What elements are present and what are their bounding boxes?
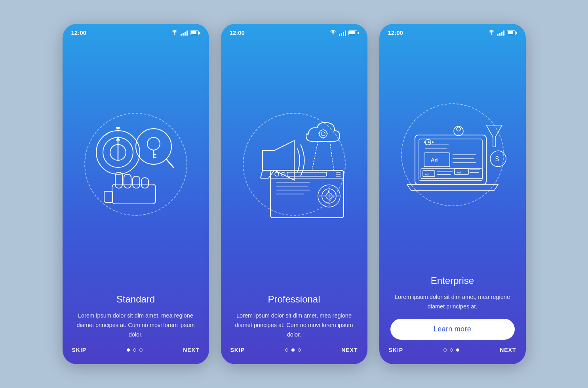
phone-screen-enterprise: 12:00 bbox=[379, 24, 526, 364]
dot-2-3 bbox=[298, 348, 301, 352]
screen-description-3: Lorem ipsum dolor sit dim amet, mea regi… bbox=[390, 293, 515, 312]
svg-point-65 bbox=[432, 141, 434, 143]
svg-marker-5 bbox=[116, 136, 120, 141]
nav-bar-2: SKIP NEXT bbox=[221, 347, 367, 364]
svg-line-25 bbox=[268, 170, 274, 178]
dot-3-2 bbox=[450, 348, 453, 352]
battery-3 bbox=[507, 30, 517, 35]
screen-title-3: Enterprise bbox=[390, 275, 515, 286]
screen-description-2: Lorem ipsum dolor sit dim amet, mea regi… bbox=[232, 311, 356, 340]
phone-screen-professional: 12:00 bbox=[221, 24, 367, 364]
svg-rect-53 bbox=[415, 135, 486, 184]
screens-container: 12:00 bbox=[63, 24, 526, 364]
dot-1-1 bbox=[127, 348, 130, 352]
status-bar-3: 12:00 bbox=[379, 24, 526, 38]
content-area-1: Standard Lorem ipsum dolor sit dim amet,… bbox=[63, 290, 209, 347]
illustration-area-1 bbox=[63, 38, 209, 290]
svg-rect-18 bbox=[141, 178, 148, 188]
svg-point-21 bbox=[333, 34, 333, 35]
screen-title-1: Standard bbox=[74, 294, 198, 305]
signal-bars-3 bbox=[497, 30, 504, 36]
nav-bar-1: SKIP NEXT bbox=[63, 347, 209, 364]
wifi-icon-2 bbox=[329, 29, 337, 36]
svg-rect-19 bbox=[115, 172, 122, 188]
illustration-area-3: Ad $ Ad bbox=[379, 38, 526, 271]
battery-1 bbox=[190, 30, 200, 35]
svg-point-9 bbox=[136, 129, 171, 164]
dot-3-1 bbox=[443, 348, 447, 352]
svg-rect-16 bbox=[124, 174, 131, 188]
battery-2 bbox=[348, 30, 359, 35]
content-area-3: Enterprise Lorem ipsum dolor sit dim ame… bbox=[379, 271, 526, 347]
svg-rect-8 bbox=[116, 127, 120, 129]
svg-text:Ad: Ad bbox=[457, 171, 461, 174]
svg-point-64 bbox=[428, 141, 430, 143]
svg-point-34 bbox=[275, 172, 279, 176]
wifi-icon-3 bbox=[488, 29, 495, 36]
status-time-1: 12:00 bbox=[71, 29, 86, 36]
dot-1-2 bbox=[133, 348, 136, 352]
screen-description-1: Lorem ipsum dolor sit dim amet, mea regi… bbox=[74, 311, 198, 340]
status-bar-1: 12:00 bbox=[63, 24, 209, 38]
svg-line-6 bbox=[104, 133, 109, 136]
screen-title-2: Professional bbox=[232, 294, 356, 305]
svg-point-26 bbox=[319, 130, 327, 138]
svg-text:Ad: Ad bbox=[431, 157, 438, 163]
next-button-3[interactable]: NEXT bbox=[500, 347, 516, 353]
svg-text:Ad: Ad bbox=[425, 173, 429, 176]
professional-illustration bbox=[239, 109, 350, 220]
dots-1 bbox=[127, 348, 143, 352]
status-time-2: 12:00 bbox=[230, 29, 245, 36]
signal-bars-1 bbox=[181, 30, 188, 36]
svg-line-51 bbox=[330, 141, 334, 170]
svg-point-52 bbox=[491, 34, 492, 35]
svg-point-27 bbox=[321, 132, 325, 136]
signal-bars-2 bbox=[339, 30, 346, 36]
svg-rect-17 bbox=[133, 176, 140, 188]
phone-screen-standard: 12:00 bbox=[63, 24, 209, 364]
illustration-area-2 bbox=[221, 38, 367, 290]
dot-2-1 bbox=[285, 348, 288, 352]
dots-2 bbox=[285, 348, 301, 352]
svg-marker-66 bbox=[486, 125, 502, 147]
enterprise-illustration: Ad $ Ad bbox=[397, 99, 508, 210]
status-icons-2 bbox=[329, 29, 359, 36]
svg-line-14 bbox=[167, 160, 173, 167]
svg-line-50 bbox=[312, 141, 318, 170]
wifi-icon-1 bbox=[171, 29, 178, 36]
status-icons-1 bbox=[171, 29, 200, 36]
nav-bar-3: SKIP NEXT bbox=[379, 347, 526, 364]
status-bar-2: 12:00 bbox=[221, 24, 367, 38]
svg-point-63 bbox=[424, 141, 426, 143]
next-button-1[interactable]: NEXT bbox=[183, 347, 199, 353]
svg-point-10 bbox=[147, 137, 160, 150]
svg-point-0 bbox=[174, 34, 175, 35]
svg-rect-36 bbox=[287, 172, 327, 176]
content-area-2: Professional Lorem ipsum dolor sit dim a… bbox=[221, 290, 367, 347]
svg-text:$: $ bbox=[495, 156, 499, 162]
dot-3-3 bbox=[456, 348, 459, 352]
dot-1-3 bbox=[139, 348, 143, 352]
dot-2-2 bbox=[291, 348, 295, 352]
svg-line-23 bbox=[261, 170, 263, 178]
svg-marker-22 bbox=[263, 141, 294, 180]
skip-button-1[interactable]: SKIP bbox=[72, 347, 87, 353]
skip-button-2[interactable]: SKIP bbox=[230, 347, 245, 353]
status-icons-3 bbox=[488, 29, 517, 36]
standard-illustration bbox=[80, 109, 191, 220]
status-time-3: 12:00 bbox=[388, 29, 403, 36]
learn-more-button[interactable]: Learn more bbox=[390, 319, 515, 340]
svg-point-79 bbox=[457, 127, 461, 131]
next-button-2[interactable]: NEXT bbox=[341, 347, 358, 353]
dots-3 bbox=[443, 348, 459, 352]
svg-rect-20 bbox=[104, 191, 113, 202]
skip-button-3[interactable]: SKIP bbox=[389, 347, 403, 353]
